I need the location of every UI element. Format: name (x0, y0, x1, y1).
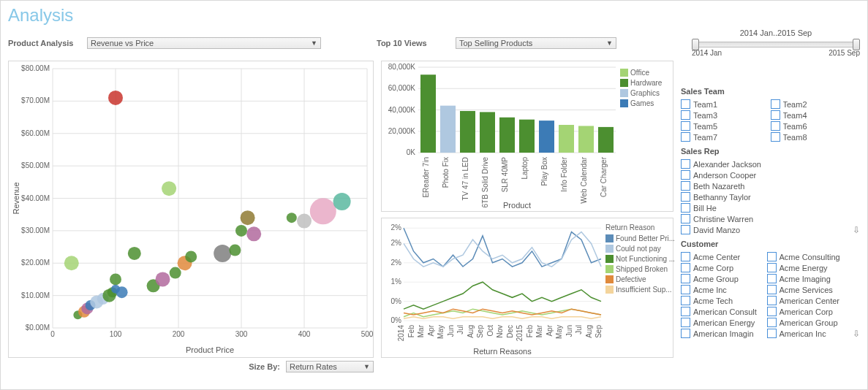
checkbox-icon[interactable] (681, 225, 690, 234)
svg-rect-137 (605, 245, 614, 253)
checkbox-icon[interactable] (771, 110, 780, 120)
filter-item[interactable]: Alexander Jackson (681, 158, 853, 169)
timeline-max-label: 2015 Sep (829, 49, 860, 57)
slider-track[interactable] (692, 42, 860, 47)
svg-text:Dec: Dec (506, 325, 514, 338)
filter-item[interactable]: American Energy (681, 317, 767, 328)
svg-rect-85 (559, 125, 574, 153)
filter-item[interactable]: David Manzo (681, 224, 853, 235)
svg-text:Oct: Oct (486, 325, 494, 337)
checkbox-icon[interactable] (767, 263, 777, 272)
filter-item[interactable]: Team8 (771, 131, 861, 142)
checkbox-icon[interactable] (767, 285, 777, 294)
checkbox-icon[interactable] (681, 99, 690, 109)
line-chart: 0%0%1%2%2%2%2014FebMarAprMayJunJulAugSep… (381, 218, 673, 358)
filter-item[interactable]: Acme Consulting (767, 251, 853, 262)
checkbox-icon[interactable] (681, 318, 690, 327)
checkbox-icon[interactable] (681, 252, 690, 261)
svg-rect-81 (519, 120, 535, 153)
checkbox-icon[interactable] (767, 329, 777, 338)
filter-item-label: Acme Imaging (780, 275, 831, 283)
filter-item[interactable]: Anderson Cooper (681, 169, 853, 180)
filter-item[interactable]: Team6 (771, 121, 861, 131)
checkbox-icon[interactable] (767, 296, 777, 305)
scroll-down-icon[interactable]: ⇩ (853, 225, 860, 235)
svg-rect-83 (539, 121, 554, 153)
filter-item[interactable]: Acme Center (681, 251, 767, 262)
checkbox-icon[interactable] (681, 296, 690, 305)
top10-dropdown[interactable]: Top Selling Products ▼ (456, 37, 616, 49)
filter-item[interactable]: Bethanny Taylor (681, 191, 853, 202)
svg-point-54 (246, 226, 261, 241)
filter-item[interactable]: American Imagin (681, 328, 767, 339)
svg-point-50 (214, 245, 231, 262)
checkbox-icon[interactable] (771, 121, 780, 131)
checkbox-icon[interactable] (681, 263, 690, 272)
filter-item[interactable]: Christine Warren (681, 213, 853, 224)
size-by-dropdown[interactable]: Return Rates ▼ (286, 361, 374, 372)
filter-item[interactable]: Team4 (771, 110, 861, 121)
checkbox-icon[interactable] (771, 99, 780, 109)
svg-text:Nov: Nov (496, 325, 504, 338)
filter-item[interactable]: Acme Energy (767, 262, 853, 273)
filter-item[interactable]: Bill He (681, 202, 853, 213)
svg-text:60,000K: 60,000K (388, 84, 416, 92)
checkbox-icon[interactable] (771, 132, 780, 142)
checkbox-icon[interactable] (681, 285, 690, 294)
customer-list: Acme CenterAcme ConsultingAcme CorpAcme … (681, 251, 853, 339)
checkbox-icon[interactable] (681, 214, 690, 223)
svg-text:Revenue: Revenue (12, 182, 20, 214)
checkbox-icon[interactable] (681, 181, 690, 191)
svg-text:Sep: Sep (476, 325, 484, 338)
filter-item[interactable]: Acme Services (767, 284, 853, 295)
filter-item[interactable]: Team1 (681, 99, 771, 110)
timeline-slider[interactable]: 2014 Jan..2015 Sep 2014 Jan 2015 Sep (692, 28, 860, 58)
svg-rect-94 (620, 79, 628, 87)
filter-item[interactable]: Acme Inc (681, 284, 767, 295)
filter-item[interactable]: Team2 (771, 99, 861, 110)
main-content: $0.00M$10.00M$20.00M$30.00M$40.00M$50.00… (8, 61, 860, 375)
checkbox-icon[interactable] (681, 110, 690, 120)
checkbox-icon[interactable] (681, 132, 690, 142)
filter-item[interactable]: Team3 (681, 110, 771, 121)
svg-rect-73 (440, 106, 456, 153)
filter-item[interactable]: Acme Tech (681, 295, 767, 306)
svg-point-55 (287, 213, 297, 223)
product-analysis-dropdown[interactable]: Revenue vs Price ▼ (87, 37, 321, 49)
svg-text:Product: Product (503, 201, 531, 210)
checkbox-icon[interactable] (681, 192, 690, 202)
filter-item-label: Acme Inc (693, 286, 727, 294)
filter-item[interactable]: Acme Group (681, 273, 767, 284)
scroll-down-icon[interactable]: ⇩ (853, 329, 860, 339)
checkbox-icon[interactable] (681, 121, 690, 131)
filter-item[interactable]: Team5 (681, 121, 771, 131)
checkbox-icon[interactable] (767, 274, 777, 283)
filter-item[interactable]: American Center (767, 295, 853, 306)
svg-text:Product Price: Product Price (186, 345, 234, 354)
checkbox-icon[interactable] (681, 274, 690, 283)
filter-item[interactable]: American Group (767, 317, 853, 328)
svg-text:Mar: Mar (535, 324, 543, 337)
svg-text:Mar: Mar (417, 324, 425, 337)
svg-text:Aug: Aug (467, 325, 475, 338)
filter-item-label: Team8 (783, 133, 807, 142)
svg-text:0%: 0% (391, 316, 402, 324)
svg-text:May: May (555, 325, 563, 339)
checkbox-icon[interactable] (681, 159, 690, 169)
checkbox-icon[interactable] (681, 307, 690, 316)
checkbox-icon[interactable] (681, 329, 690, 338)
filter-item[interactable]: Acme Imaging (767, 273, 853, 284)
svg-text:40,000K: 40,000K (388, 106, 416, 114)
checkbox-icon[interactable] (681, 170, 690, 180)
filter-item[interactable]: Team7 (681, 131, 771, 142)
filter-item[interactable]: American Corp (767, 306, 853, 317)
filter-item[interactable]: Acme Corp (681, 262, 767, 273)
svg-rect-89 (598, 127, 614, 153)
checkbox-icon[interactable] (767, 307, 777, 316)
filter-item[interactable]: American Consult (681, 306, 767, 317)
filter-item[interactable]: Beth Nazareth (681, 180, 853, 191)
checkbox-icon[interactable] (681, 203, 690, 213)
checkbox-icon[interactable] (767, 318, 777, 327)
checkbox-icon[interactable] (767, 252, 777, 261)
filter-item[interactable]: American Inc (767, 328, 853, 339)
